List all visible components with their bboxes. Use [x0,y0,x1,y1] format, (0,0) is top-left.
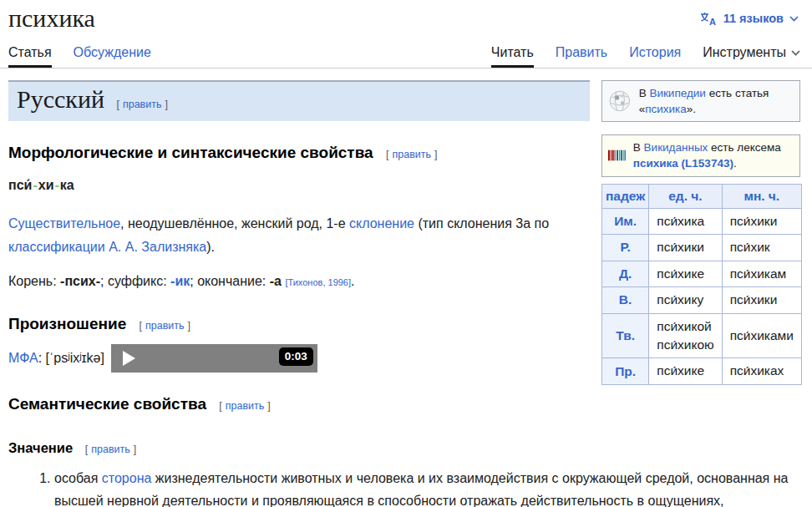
language-selector-button[interactable]: A 11 языков [698,7,800,30]
case-link[interactable]: Тв. [616,328,635,342]
audio-duration: 0:03 [279,347,313,366]
case-link[interactable]: В. [619,292,632,307]
form-variant: пси́хикою [657,336,713,354]
page-title: психика [8,3,95,33]
header-case[interactable]: падеж [602,184,649,208]
syllable: пси́ [8,178,32,192]
edit-section: [править] [219,400,271,412]
declension-link[interactable]: склонение [349,216,414,231]
language-section-header: Русский [править] [8,80,590,121]
language-icon: A [700,12,718,25]
edit-section: [править] [85,444,137,455]
case-cell[interactable]: Д. [602,261,649,286]
table-header-row: падеж ед. ч. мн. ч. [602,184,802,208]
edit-link[interactable]: править [119,99,165,110]
ipa-line: МФА: [ˈpsʲixʲɪkə] [8,351,104,366]
zaliznyak-classification-link[interactable]: классификации А. А. Зализняка [8,240,206,254]
edit-section: [править] [116,99,168,110]
bracket: ] [434,149,437,160]
tab-tools[interactable]: Инструменты [703,38,800,68]
case-link[interactable]: Р. [620,240,630,254]
form-cell: пси́хиками [722,313,801,358]
case-cell[interactable]: Им. [602,208,649,234]
header-singular[interactable]: ед. ч. [649,184,722,208]
form-cell: пси́хику [649,287,722,313]
ending-morpheme: -а [270,274,282,288]
tikhonov-reference-link[interactable]: [Тихонов, 1996] [285,277,351,287]
ipa-transcription: [ˈpsʲixʲɪkə] [46,351,104,365]
morpheme-text: ; окончание: [190,274,270,288]
case-link[interactable]: Им. [614,214,637,228]
tab-article[interactable]: Статья [8,38,52,68]
morpheme-text: . [351,274,354,288]
form-cell: пси́хики [722,208,801,234]
edit-link[interactable]: править [88,444,134,455]
chevron-down-icon [789,16,799,22]
case-cell[interactable]: Тв. [602,313,649,358]
case-cell[interactable]: В. [602,287,649,313]
ipa-link[interactable]: МФА [8,351,38,365]
audio-player[interactable]: 0:03 [111,344,317,373]
wikipedia-globe-icon [608,87,632,115]
root-morpheme: -псих- [60,274,100,288]
edit-link[interactable]: править [388,149,434,160]
table-row: Р. пси́хики пси́хик [602,235,802,261]
table-row: Им. пси́хика пси́хики [602,208,802,234]
noun-link[interactable]: Существительное [8,216,120,231]
form-cell: пси́хика [649,208,722,234]
tab-group-right: Читать Править История Инструменты [491,38,800,68]
form-cell: пси́хике [649,261,722,286]
wikipedia-link[interactable]: Википедии [649,87,705,99]
chevron-down-icon [791,50,800,56]
syllable-separator: - [32,178,38,192]
morpheme-text: ; суффикс: [100,274,170,288]
storona-link[interactable]: сторона [102,471,152,485]
header-plural[interactable]: мн. ч. [722,184,801,208]
article-content: В Википедии есть статья «психика». В Вик… [0,68,812,507]
heading-text: Значение [8,440,73,455]
bracket: ] [267,400,270,412]
form-cell: пси́хики [649,235,722,261]
grammar-text: (тип склонения 3а по [414,216,549,231]
tab-group-left: Статья Обсуждение [8,38,151,68]
syllable: ка [60,178,74,192]
heading-text: Произношение [8,315,126,332]
tab-history[interactable]: История [629,38,681,68]
svg-text:A: A [709,17,716,26]
tab-edit[interactable]: Править [556,38,607,68]
case-link[interactable]: Пр. [615,364,636,378]
infobox-text: есть лексема [708,141,780,154]
meaning-text: особая [54,471,102,485]
tab-read[interactable]: Читать [491,38,534,68]
suffix-link[interactable]: -ик [170,274,190,288]
header-singular-link[interactable]: ед. ч. [668,189,702,203]
language-heading: Русский [17,85,104,113]
header-case-link[interactable]: падеж [606,189,645,203]
header-plural-link[interactable]: мн. ч. [743,189,779,203]
infobox-text: ». [687,103,696,115]
infobox-text: В [639,87,650,99]
case-link[interactable]: Д. [619,266,632,281]
morpheme-text: Корень: [8,274,60,288]
case-cell[interactable]: Р. [602,235,649,261]
wikidata-link[interactable]: Викиданных [644,141,708,154]
table-row: Пр. пси́хике пси́хиках [602,358,802,384]
tab-discussion[interactable]: Обсуждение [74,38,151,68]
ipa-colon: : [38,351,46,365]
form-variant: пси́хикой [657,317,713,336]
syllable: хи [38,178,54,192]
meaning-item: особая сторона жизнедеятельности животны… [54,468,800,507]
case-cell[interactable]: Пр. [602,358,649,384]
table-row: В. пси́хику пси́хики [602,287,802,313]
wikipedia-article-link[interactable]: психика [645,103,687,115]
wikidata-infobox: В Викиданных есть лексема психика (L1537… [601,134,800,176]
bracket: ] [134,444,136,455]
heading-text: Морфологические и синтаксические свойств… [8,144,373,161]
edit-link[interactable]: править [222,400,268,412]
language-count-label: 11 языков [723,12,784,25]
form-cell: пси́хиках [722,358,801,384]
infobox-text: В [633,141,644,154]
edit-link[interactable]: править [142,320,188,332]
play-icon[interactable] [123,351,135,366]
wikidata-lexeme-link[interactable]: психика (L153743) [633,157,733,170]
